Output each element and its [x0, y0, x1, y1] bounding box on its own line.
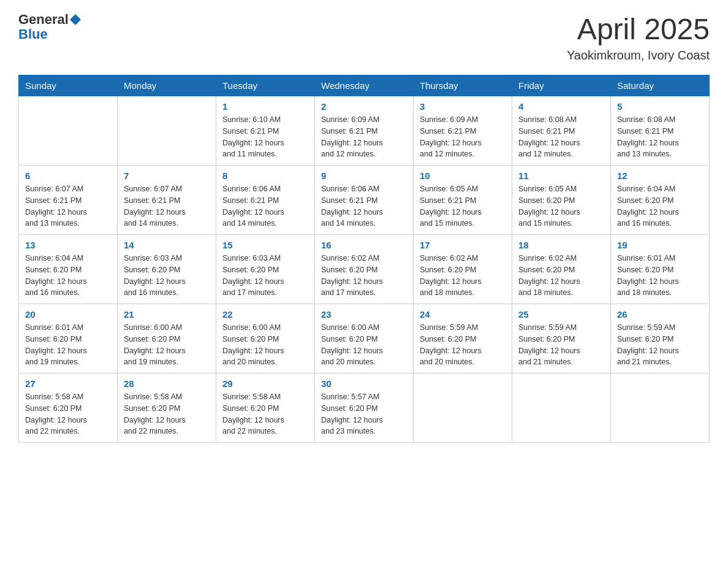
- day-info: Sunrise: 6:02 AM Sunset: 6:20 PM Dayligh…: [321, 253, 407, 299]
- calendar-cell: 9Sunrise: 6:06 AM Sunset: 6:21 PM Daylig…: [315, 166, 414, 235]
- day-number: 5: [617, 101, 703, 112]
- day-number: 30: [321, 378, 407, 389]
- weekday-header-wednesday: Wednesday: [315, 75, 414, 96]
- day-info: Sunrise: 6:08 AM Sunset: 6:21 PM Dayligh…: [518, 114, 604, 160]
- day-info: Sunrise: 6:08 AM Sunset: 6:21 PM Dayligh…: [617, 114, 703, 160]
- day-info: Sunrise: 6:01 AM Sunset: 6:20 PM Dayligh…: [25, 322, 111, 368]
- weekday-header-row: SundayMondayTuesdayWednesdayThursdayFrid…: [19, 75, 710, 96]
- calendar-cell: 25Sunrise: 5:59 AM Sunset: 6:20 PM Dayli…: [512, 304, 611, 373]
- calendar-cell: 10Sunrise: 6:05 AM Sunset: 6:21 PM Dayli…: [414, 166, 512, 235]
- day-number: 3: [420, 101, 506, 112]
- logo: General Blue: [18, 12, 81, 42]
- day-number: 11: [518, 170, 604, 181]
- day-info: Sunrise: 6:09 AM Sunset: 6:21 PM Dayligh…: [420, 114, 506, 160]
- weekday-header-monday: Monday: [118, 75, 216, 96]
- day-info: Sunrise: 6:03 AM Sunset: 6:20 PM Dayligh…: [124, 253, 210, 299]
- day-number: 7: [124, 170, 210, 181]
- day-number: 23: [321, 309, 407, 320]
- calendar-cell: 7Sunrise: 6:07 AM Sunset: 6:21 PM Daylig…: [118, 166, 216, 235]
- day-info: Sunrise: 6:03 AM Sunset: 6:20 PM Dayligh…: [222, 253, 308, 299]
- calendar-cell: [19, 96, 118, 166]
- weekday-header-saturday: Saturday: [611, 75, 710, 96]
- day-number: 25: [518, 309, 604, 320]
- day-info: Sunrise: 6:04 AM Sunset: 6:20 PM Dayligh…: [25, 253, 111, 299]
- day-info: Sunrise: 6:07 AM Sunset: 6:21 PM Dayligh…: [25, 183, 111, 229]
- day-info: Sunrise: 6:00 AM Sunset: 6:20 PM Dayligh…: [222, 322, 308, 368]
- calendar-cell: 5Sunrise: 6:08 AM Sunset: 6:21 PM Daylig…: [611, 96, 710, 166]
- day-number: 26: [617, 309, 703, 320]
- calendar-cell: 29Sunrise: 5:58 AM Sunset: 6:20 PM Dayli…: [216, 373, 315, 443]
- week-row-3: 13Sunrise: 6:04 AM Sunset: 6:20 PM Dayli…: [19, 235, 710, 304]
- day-number: 14: [124, 240, 210, 250]
- calendar-cell: 18Sunrise: 6:02 AM Sunset: 6:20 PM Dayli…: [512, 235, 611, 304]
- calendar-cell: 28Sunrise: 5:58 AM Sunset: 6:20 PM Dayli…: [118, 373, 216, 443]
- calendar-cell: 12Sunrise: 6:04 AM Sunset: 6:20 PM Dayli…: [611, 166, 710, 235]
- calendar-cell: [512, 373, 611, 443]
- calendar-cell: 21Sunrise: 6:00 AM Sunset: 6:20 PM Dayli…: [118, 304, 216, 373]
- day-info: Sunrise: 5:58 AM Sunset: 6:20 PM Dayligh…: [25, 391, 111, 437]
- calendar-title: April 2025: [567, 12, 710, 46]
- day-number: 28: [124, 378, 210, 389]
- day-info: Sunrise: 6:06 AM Sunset: 6:21 PM Dayligh…: [321, 183, 407, 229]
- weekday-header-sunday: Sunday: [19, 75, 118, 96]
- week-row-1: 1Sunrise: 6:10 AM Sunset: 6:21 PM Daylig…: [19, 96, 710, 166]
- day-number: 1: [222, 101, 308, 112]
- week-row-5: 27Sunrise: 5:58 AM Sunset: 6:20 PM Dayli…: [19, 373, 710, 443]
- calendar-cell: 3Sunrise: 6:09 AM Sunset: 6:21 PM Daylig…: [414, 96, 512, 166]
- day-info: Sunrise: 5:58 AM Sunset: 6:20 PM Dayligh…: [222, 391, 308, 437]
- calendar-cell: 14Sunrise: 6:03 AM Sunset: 6:20 PM Dayli…: [118, 235, 216, 304]
- calendar-subtitle: Yaokimkroum, Ivory Coast: [567, 48, 710, 63]
- day-number: 22: [222, 309, 308, 320]
- calendar-cell: 20Sunrise: 6:01 AM Sunset: 6:20 PM Dayli…: [19, 304, 118, 373]
- logo-blue-text: Blue: [18, 26, 48, 42]
- day-info: Sunrise: 6:00 AM Sunset: 6:20 PM Dayligh…: [321, 322, 407, 368]
- day-number: 8: [222, 170, 308, 181]
- day-number: 9: [321, 170, 407, 181]
- week-row-4: 20Sunrise: 6:01 AM Sunset: 6:20 PM Dayli…: [19, 304, 710, 373]
- day-info: Sunrise: 5:58 AM Sunset: 6:20 PM Dayligh…: [124, 391, 210, 437]
- day-number: 19: [617, 240, 703, 250]
- calendar-cell: [611, 373, 710, 443]
- calendar-cell: 16Sunrise: 6:02 AM Sunset: 6:20 PM Dayli…: [315, 235, 414, 304]
- day-number: 20: [25, 309, 111, 320]
- calendar-cell: 13Sunrise: 6:04 AM Sunset: 6:20 PM Dayli…: [19, 235, 118, 304]
- day-number: 29: [222, 378, 308, 389]
- day-info: Sunrise: 6:10 AM Sunset: 6:21 PM Dayligh…: [222, 114, 308, 160]
- calendar-cell: 19Sunrise: 6:01 AM Sunset: 6:20 PM Dayli…: [611, 235, 710, 304]
- day-info: Sunrise: 6:09 AM Sunset: 6:21 PM Dayligh…: [321, 114, 407, 160]
- day-info: Sunrise: 5:59 AM Sunset: 6:20 PM Dayligh…: [518, 322, 604, 368]
- day-info: Sunrise: 6:02 AM Sunset: 6:20 PM Dayligh…: [518, 253, 604, 299]
- calendar-cell: 6Sunrise: 6:07 AM Sunset: 6:21 PM Daylig…: [19, 166, 118, 235]
- calendar-cell: 1Sunrise: 6:10 AM Sunset: 6:21 PM Daylig…: [216, 96, 315, 166]
- day-info: Sunrise: 5:57 AM Sunset: 6:20 PM Dayligh…: [321, 391, 407, 437]
- day-info: Sunrise: 6:06 AM Sunset: 6:21 PM Dayligh…: [222, 183, 308, 229]
- calendar-cell: 17Sunrise: 6:02 AM Sunset: 6:20 PM Dayli…: [414, 235, 512, 304]
- calendar-cell: 24Sunrise: 5:59 AM Sunset: 6:20 PM Dayli…: [414, 304, 512, 373]
- day-info: Sunrise: 6:04 AM Sunset: 6:20 PM Dayligh…: [617, 183, 703, 229]
- calendar-cell: 11Sunrise: 6:05 AM Sunset: 6:20 PM Dayli…: [512, 166, 611, 235]
- day-info: Sunrise: 6:01 AM Sunset: 6:20 PM Dayligh…: [617, 253, 703, 299]
- day-info: Sunrise: 6:02 AM Sunset: 6:20 PM Dayligh…: [420, 253, 506, 299]
- day-info: Sunrise: 5:59 AM Sunset: 6:20 PM Dayligh…: [617, 322, 703, 368]
- title-block: April 2025 Yaokimkroum, Ivory Coast: [567, 12, 710, 63]
- day-info: Sunrise: 6:07 AM Sunset: 6:21 PM Dayligh…: [124, 183, 210, 229]
- day-info: Sunrise: 6:05 AM Sunset: 6:21 PM Dayligh…: [420, 183, 506, 229]
- day-number: 27: [25, 378, 111, 389]
- day-info: Sunrise: 6:00 AM Sunset: 6:20 PM Dayligh…: [124, 322, 210, 368]
- calendar-cell: 2Sunrise: 6:09 AM Sunset: 6:21 PM Daylig…: [315, 96, 414, 166]
- day-number: 4: [518, 101, 604, 112]
- day-number: 12: [617, 170, 703, 181]
- calendar-cell: 26Sunrise: 5:59 AM Sunset: 6:20 PM Dayli…: [611, 304, 710, 373]
- day-number: 13: [25, 240, 111, 250]
- weekday-header-thursday: Thursday: [414, 75, 512, 96]
- weekday-header-tuesday: Tuesday: [216, 75, 315, 96]
- day-number: 6: [25, 170, 111, 181]
- day-info: Sunrise: 5:59 AM Sunset: 6:20 PM Dayligh…: [420, 322, 506, 368]
- calendar-cell: 15Sunrise: 6:03 AM Sunset: 6:20 PM Dayli…: [216, 235, 315, 304]
- day-number: 15: [222, 240, 308, 250]
- calendar-table: SundayMondayTuesdayWednesdayThursdayFrid…: [18, 75, 710, 443]
- page-header: General Blue April 2025 Yaokimkroum, Ivo…: [18, 12, 710, 63]
- day-number: 16: [321, 240, 407, 250]
- day-info: Sunrise: 6:05 AM Sunset: 6:20 PM Dayligh…: [518, 183, 604, 229]
- day-number: 17: [420, 240, 506, 250]
